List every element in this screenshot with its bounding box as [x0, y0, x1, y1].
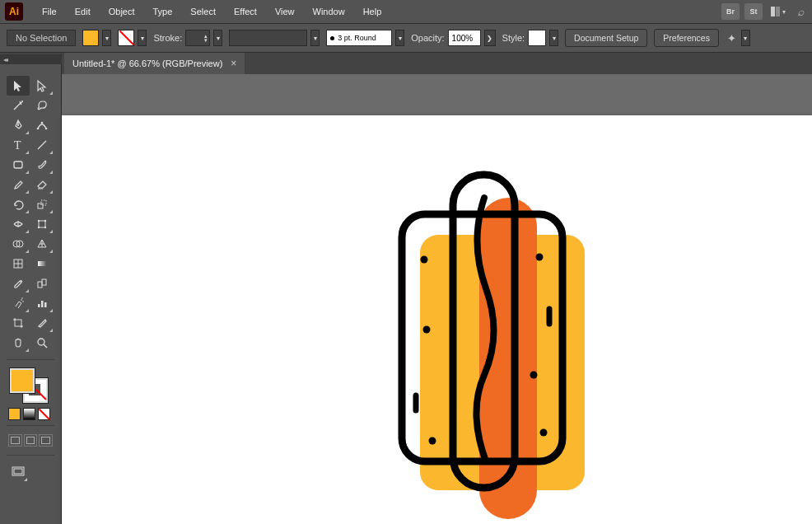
- align-dropdown[interactable]: ▾: [741, 30, 750, 46]
- svg-rect-30: [44, 302, 47, 307]
- svg-rect-10: [41, 200, 46, 205]
- free-transform-tool[interactable]: [30, 214, 54, 234]
- style-dropdown[interactable]: ▾: [549, 30, 558, 46]
- menu-select[interactable]: Select: [183, 0, 223, 23]
- svg-point-1: [17, 124, 19, 126]
- document-tab-close[interactable]: ×: [231, 58, 236, 69]
- brush-dropdown[interactable]: ▾: [310, 30, 320, 46]
- curvature-tool[interactable]: [30, 115, 54, 135]
- pencil-tool[interactable]: [7, 175, 30, 194]
- gradient-mode[interactable]: [23, 408, 35, 420]
- document-tab[interactable]: Untitled-1* @ 66.67% (RGB/Preview) ×: [64, 53, 245, 74]
- document-tab-strip: Untitled-1* @ 66.67% (RGB/Preview) ×: [0, 53, 812, 74]
- magic-wand-tool[interactable]: [7, 96, 30, 115]
- menu-view[interactable]: View: [268, 0, 302, 23]
- menu-effect[interactable]: Effect: [226, 0, 264, 23]
- svg-rect-22: [38, 261, 46, 266]
- column-graph-tool[interactable]: [30, 293, 54, 313]
- fill-indicator[interactable]: [10, 368, 35, 393]
- draw-inside[interactable]: [39, 434, 53, 447]
- svg-rect-29: [41, 301, 44, 307]
- color-mode[interactable]: [8, 408, 21, 420]
- svg-point-4: [41, 122, 44, 124]
- document-setup-button[interactable]: Document Setup: [565, 29, 647, 47]
- menu-type[interactable]: Type: [146, 0, 180, 23]
- symbol-sprayer-tool[interactable]: [7, 293, 30, 313]
- svg-point-36: [38, 339, 44, 345]
- search-icon[interactable]: ⌕: [794, 5, 807, 18]
- menu-window[interactable]: Window: [306, 0, 352, 23]
- svg-point-0: [21, 101, 23, 102]
- artwork-hotdog[interactable]: [387, 165, 601, 511]
- perspective-grid-tool[interactable]: [30, 234, 54, 254]
- rectangle-tool[interactable]: [7, 155, 30, 175]
- fill-control[interactable]: ▾: [82, 30, 111, 46]
- direct-selection-tool[interactable]: [30, 76, 54, 96]
- fill-stroke-indicator[interactable]: [10, 368, 48, 403]
- variable-width-profile[interactable]: 3 pt. Round: [326, 30, 392, 46]
- rotate-tool[interactable]: [7, 194, 30, 214]
- svg-rect-24: [42, 279, 46, 285]
- artboard-tool[interactable]: [7, 313, 30, 333]
- profile-dropdown[interactable]: ▾: [395, 30, 404, 46]
- gradient-tool[interactable]: [30, 254, 54, 274]
- scale-tool[interactable]: [30, 194, 54, 214]
- brush-definition[interactable]: [229, 30, 307, 46]
- stroke-control[interactable]: ▾: [118, 30, 147, 46]
- workspace-switcher[interactable]: ▾: [768, 7, 789, 16]
- stock-button[interactable]: St: [744, 3, 763, 20]
- svg-rect-39: [14, 469, 22, 474]
- paintbrush-tool[interactable]: [30, 155, 54, 175]
- zoom-tool[interactable]: [30, 333, 54, 353]
- menu-object[interactable]: Object: [101, 0, 142, 23]
- fill-swatch[interactable]: [82, 30, 99, 46]
- stroke-swatch[interactable]: [118, 30, 134, 46]
- eyedropper-tool[interactable]: [7, 274, 30, 293]
- mesh-tool[interactable]: [7, 254, 30, 274]
- menu-help[interactable]: Help: [356, 0, 390, 23]
- svg-point-2: [37, 128, 40, 130]
- bridge-button[interactable]: Br: [721, 3, 740, 20]
- workspace-icon: [771, 7, 780, 16]
- blend-tool[interactable]: [30, 274, 54, 293]
- stroke-width-dropdown[interactable]: ▾: [213, 30, 222, 46]
- selection-status: No Selection: [7, 30, 76, 46]
- svg-point-46: [530, 372, 538, 379]
- stroke-width-input[interactable]: ▴▾: [185, 30, 210, 46]
- menu-file[interactable]: File: [35, 0, 64, 23]
- slice-tool[interactable]: [30, 313, 54, 333]
- hand-tool[interactable]: [7, 333, 30, 353]
- svg-rect-7: [14, 161, 22, 168]
- fill-dropdown[interactable]: ▾: [102, 30, 111, 46]
- svg-point-41: [423, 326, 431, 334]
- artboard[interactable]: [62, 115, 812, 524]
- document-viewport[interactable]: [62, 74, 812, 524]
- screen-mode-button[interactable]: [8, 462, 28, 482]
- graphic-style[interactable]: [528, 30, 546, 46]
- svg-rect-28: [38, 304, 40, 307]
- opacity-popup[interactable]: ❯: [484, 30, 496, 46]
- draw-normal[interactable]: [8, 434, 22, 447]
- none-mode[interactable]: [38, 408, 50, 420]
- svg-point-44: [536, 254, 544, 261]
- opacity-input[interactable]: 100%: [448, 30, 481, 46]
- preferences-button[interactable]: Preferences: [654, 29, 719, 47]
- pen-tool[interactable]: [7, 115, 30, 135]
- lasso-tool[interactable]: [30, 96, 54, 115]
- line-segment-tool[interactable]: [30, 135, 54, 155]
- chevrons-icon: ◂◂: [3, 56, 7, 63]
- shape-builder-tool[interactable]: [7, 234, 30, 254]
- svg-point-26: [22, 301, 24, 302]
- draw-behind[interactable]: [24, 434, 38, 447]
- opacity-label: Opacity:: [411, 33, 444, 43]
- selection-tool[interactable]: [7, 76, 30, 96]
- svg-point-3: [45, 128, 48, 130]
- width-tool[interactable]: [7, 214, 30, 234]
- align-icon[interactable]: ✦: [726, 32, 738, 44]
- stroke-dropdown[interactable]: ▾: [138, 30, 147, 46]
- svg-line-6: [38, 141, 46, 149]
- eraser-tool[interactable]: [30, 175, 54, 194]
- type-tool[interactable]: T: [7, 135, 30, 155]
- menu-edit[interactable]: Edit: [68, 0, 98, 23]
- svg-point-27: [21, 297, 23, 299]
